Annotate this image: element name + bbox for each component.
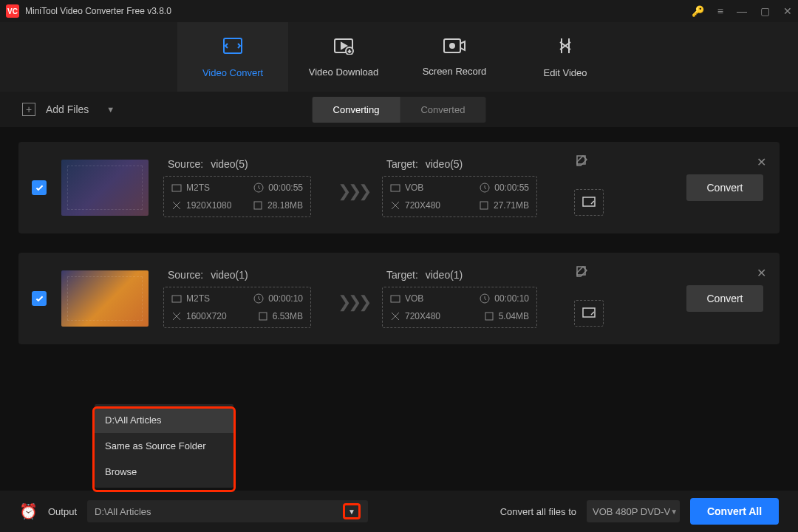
window-title: MiniTool Video Converter Free v3.8.0 xyxy=(25,6,692,16)
tab-label: Edit Video xyxy=(543,67,587,78)
tab-converting[interactable]: Converting xyxy=(313,97,400,123)
file-list: Source: video(5) M2TS 00:00:55 1920X1080… xyxy=(0,127,798,344)
status-tabs: Converting Converted xyxy=(313,97,486,123)
output-option-recent[interactable]: D:\All Articles xyxy=(95,407,233,433)
tgt-resolution: 720X480 xyxy=(405,200,440,211)
target-settings-button[interactable] xyxy=(574,300,604,327)
remove-icon[interactable]: ✕ xyxy=(757,155,766,169)
tgt-size: 5.04MB xyxy=(499,311,529,321)
add-files-label: Add Files xyxy=(46,103,89,115)
convert-all-button[interactable]: Convert All xyxy=(690,498,779,525)
checkbox[interactable] xyxy=(32,180,47,195)
svg-marker-5 xyxy=(460,41,465,50)
target-label: Target: xyxy=(386,158,418,170)
src-resolution: 1920X1080 xyxy=(186,200,231,211)
convert-button[interactable]: Convert xyxy=(686,285,763,312)
toolbar: + Add Files ▼ Converting Converted xyxy=(0,92,798,127)
target-block: Target: video(1) VOB 00:00:10 720X480 5.… xyxy=(382,269,604,328)
svg-rect-7 xyxy=(172,185,181,191)
output-label: Output xyxy=(48,506,77,517)
tab-label: Screen Record xyxy=(423,66,487,77)
video-thumbnail[interactable] xyxy=(61,160,149,216)
svg-marker-2 xyxy=(341,43,347,49)
source-name: video(1) xyxy=(211,269,248,281)
format-select[interactable]: VOB 480P DVD-V ▼ xyxy=(587,500,680,522)
close-window-icon[interactable]: ✕ xyxy=(783,5,792,17)
tab-video-convert[interactable]: Video Convert xyxy=(177,22,288,92)
key-icon[interactable]: 🔑 xyxy=(692,5,704,17)
tab-label: Video Convert xyxy=(202,67,263,78)
arrow-icon: ❯❯❯ xyxy=(338,182,369,217)
chevron-down-icon[interactable]: ▼ xyxy=(106,105,115,114)
src-duration: 00:00:10 xyxy=(268,293,303,304)
file-card: Source: video(5) M2TS 00:00:55 1920X1080… xyxy=(18,142,780,233)
svg-point-6 xyxy=(450,44,454,48)
tab-label: Video Download xyxy=(309,66,378,78)
output-path-select[interactable]: D:\All Articles ▼ xyxy=(87,500,368,522)
src-size: 28.18MB xyxy=(267,200,303,211)
tgt-size: 27.71MB xyxy=(494,200,529,211)
file-card: Source: video(1) M2TS 00:00:10 1600X720 … xyxy=(18,253,780,344)
remove-icon[interactable]: ✕ xyxy=(757,266,766,280)
tab-converted[interactable]: Converted xyxy=(400,97,485,123)
checkbox[interactable] xyxy=(32,291,47,306)
schedule-icon[interactable]: ⏰ xyxy=(19,502,38,520)
video-thumbnail[interactable] xyxy=(61,270,149,327)
tgt-format: VOB xyxy=(405,183,423,193)
chevron-down-icon: ▼ xyxy=(670,508,678,516)
src-format: M2TS xyxy=(186,183,210,193)
edit-video-icon xyxy=(556,36,575,60)
tgt-resolution: 720X480 xyxy=(405,311,440,321)
svg-rect-17 xyxy=(259,313,267,320)
source-label: Source: xyxy=(168,269,203,281)
tgt-duration: 00:00:10 xyxy=(494,293,529,304)
target-block: Target: video(5) VOB 00:00:55 720X480 27… xyxy=(382,158,604,217)
output-option-browse[interactable]: Browse xyxy=(95,459,233,485)
target-name: video(5) xyxy=(426,158,463,170)
tab-video-download[interactable]: Video Download xyxy=(288,22,399,92)
source-block: Source: video(1) M2TS 00:00:10 1600X720 … xyxy=(163,269,333,328)
edit-icon[interactable] xyxy=(576,266,587,280)
target-settings-button[interactable] xyxy=(574,189,604,216)
app-logo: VC xyxy=(6,4,19,18)
titlebar: VC MiniTool Video Converter Free v3.8.0 … xyxy=(0,0,798,22)
format-value: VOB 480P DVD-V xyxy=(593,506,670,517)
maximize-icon[interactable]: ▢ xyxy=(760,5,770,17)
src-size: 6.53MB xyxy=(273,311,303,321)
download-icon xyxy=(332,37,355,59)
minimize-icon[interactable]: — xyxy=(737,5,747,17)
target-name: video(1) xyxy=(426,269,463,281)
tgt-format: VOB xyxy=(405,293,423,304)
output-option-same-folder[interactable]: Same as Source Folder xyxy=(95,433,233,459)
nav-tabs: Video Convert Video Download Screen Reco… xyxy=(0,22,798,92)
svg-rect-20 xyxy=(485,313,493,320)
source-name: video(5) xyxy=(211,158,248,170)
convert-all-label: Convert all files to xyxy=(500,506,576,517)
edit-icon[interactable] xyxy=(576,155,587,169)
output-caret-icon[interactable]: ▼ xyxy=(343,503,361,519)
convert-icon xyxy=(222,36,244,60)
hamburger-icon[interactable]: ≡ xyxy=(717,5,723,17)
src-duration: 00:00:55 xyxy=(268,183,303,193)
add-files-button[interactable]: + Add Files ▼ xyxy=(22,103,115,116)
svg-rect-15 xyxy=(172,296,181,302)
tgt-duration: 00:00:55 xyxy=(494,183,529,193)
target-label: Target: xyxy=(386,269,418,281)
src-format: M2TS xyxy=(186,293,210,304)
tab-screen-record[interactable]: Screen Record xyxy=(399,22,510,92)
source-block: Source: video(5) M2TS 00:00:55 1920X1080… xyxy=(163,158,333,217)
plus-icon: + xyxy=(22,103,35,116)
convert-button[interactable]: Convert xyxy=(686,174,763,201)
svg-rect-0 xyxy=(224,38,242,53)
bottombar: ⏰ Output D:\All Articles ▼ Convert all f… xyxy=(0,491,798,532)
source-label: Source: xyxy=(168,158,203,170)
svg-rect-9 xyxy=(254,202,262,209)
arrow-icon: ❯❯❯ xyxy=(338,293,369,328)
record-icon xyxy=(443,38,466,58)
svg-rect-12 xyxy=(480,202,488,209)
svg-rect-10 xyxy=(391,185,400,191)
output-dropdown-menu: D:\All Articles Same as Source Folder Br… xyxy=(95,404,233,488)
src-resolution: 1600X720 xyxy=(186,311,227,321)
tab-edit-video[interactable]: Edit Video xyxy=(510,22,621,92)
output-path-value: D:\All Articles xyxy=(95,506,151,517)
